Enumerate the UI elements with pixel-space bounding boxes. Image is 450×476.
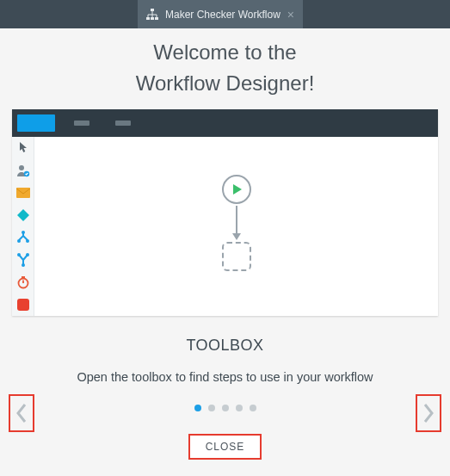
close-icon[interactable]: × [287,9,294,21]
svg-point-8 [17,239,21,243]
designer-preview [12,109,438,316]
carousel-description: Open the toolbox to find steps to use in… [0,370,450,384]
welcome-line1: Welcome to the [0,37,450,68]
flow-arrow [236,206,237,235]
diamond-icon [15,207,31,223]
preview-tab-active [17,114,55,132]
pointer-icon [15,140,31,156]
svg-point-11 [26,253,29,257]
svg-rect-0 [151,9,154,11]
canvas [34,137,438,316]
svg-point-7 [22,231,25,234]
carousel-dot[interactable] [250,405,256,411]
next-button[interactable] [416,394,441,432]
start-node [222,175,251,204]
merge-icon [15,252,31,268]
drop-target [222,242,251,271]
close-button[interactable]: CLOSE [188,434,262,460]
tab-bar: Maker Checker Workflow × [0,0,450,28]
user-check-icon [15,163,31,178]
tab-label: Maker Checker Workflow [165,9,280,21]
svg-rect-6 [16,188,30,198]
preview-tab [74,121,89,126]
carousel-dot[interactable] [222,405,229,411]
svg-point-12 [22,263,25,267]
carousel-title: TOOLBOX [0,337,450,355]
svg-rect-2 [151,17,154,20]
carousel-dot[interactable] [208,405,215,411]
prev-button[interactable] [9,394,34,432]
tab-workflow[interactable]: Maker Checker Workflow × [138,0,303,28]
mail-icon [15,185,31,201]
carousel-dot[interactable] [236,405,243,411]
flow-arrow-head [232,233,241,240]
preview-tab [115,121,131,126]
workflow-icon [146,9,158,21]
timer-icon [15,275,31,290]
stop-icon [15,297,31,312]
carousel-dots [0,405,450,411]
toolbox-strip [12,137,34,316]
svg-point-10 [17,253,21,257]
welcome-line2: Workflow Designer! [0,68,450,99]
carousel-dot[interactable] [194,405,201,411]
split-icon [15,230,31,245]
welcome-heading: Welcome to the Workflow Designer! [0,28,450,104]
svg-point-4 [19,165,24,170]
preview-tabstrip [12,109,438,137]
svg-rect-1 [146,17,150,20]
svg-point-9 [26,239,29,243]
svg-rect-14 [17,299,29,311]
svg-rect-3 [155,17,158,20]
